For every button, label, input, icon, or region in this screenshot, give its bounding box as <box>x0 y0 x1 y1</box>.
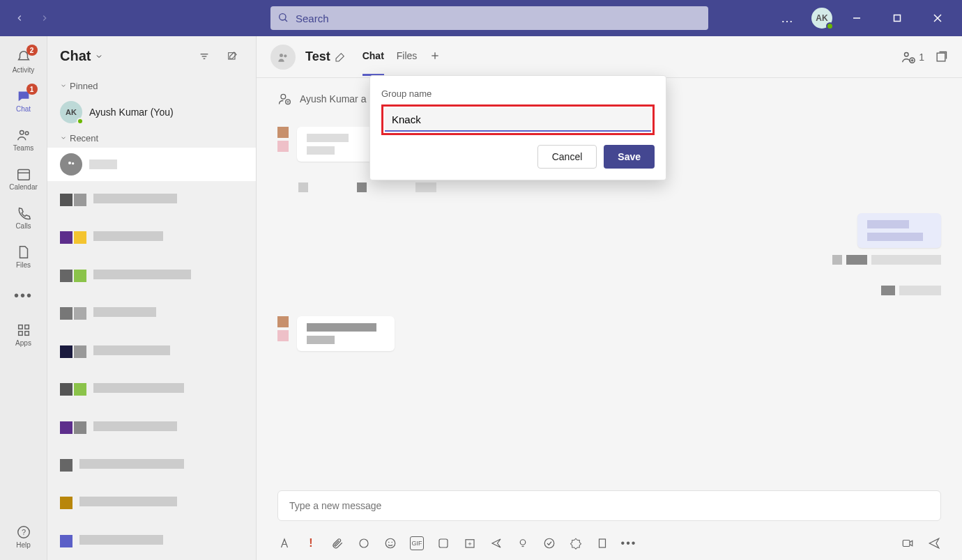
chat-title-text: Test <box>305 49 330 64</box>
viva-button[interactable] <box>542 536 556 550</box>
message-row-self <box>277 255 941 265</box>
user-avatar[interactable]: AK <box>811 8 832 29</box>
section-recent[interactable]: Recent <box>47 129 256 148</box>
presence-available-icon <box>77 118 84 125</box>
svg-rect-11 <box>24 325 29 329</box>
avatar <box>277 330 289 341</box>
close-button[interactable] <box>922 2 954 34</box>
list-item[interactable] <box>53 373 250 405</box>
rail-chat[interactable]: Chat 1 <box>0 81 47 120</box>
save-button[interactable]: Save <box>604 145 655 169</box>
chat-item-self[interactable]: AK Ayush Kumar (You) <box>47 95 256 129</box>
more-apps-button[interactable]: ••• <box>622 536 636 550</box>
rail-calendar[interactable]: Calendar <box>0 159 47 198</box>
format-button[interactable] <box>277 536 291 550</box>
presence-available-icon <box>826 22 834 30</box>
back-button[interactable] <box>8 7 31 29</box>
sticker-button[interactable] <box>436 536 450 550</box>
chat-item-selected[interactable] <box>47 148 256 181</box>
message-bubble[interactable] <box>297 316 395 351</box>
chat-title: Test <box>305 49 346 64</box>
svg-point-38 <box>392 542 393 543</box>
file-icon <box>16 244 31 260</box>
close-icon <box>933 14 942 22</box>
forward-button[interactable] <box>33 7 56 29</box>
new-chat-button[interactable] <box>221 45 243 68</box>
send-button[interactable] <box>927 536 941 550</box>
list-item[interactable] <box>53 260 250 292</box>
rail-more[interactable]: ••• <box>0 276 47 315</box>
chevron-left-icon <box>15 13 24 23</box>
list-item[interactable] <box>53 411 250 443</box>
more-options-button[interactable]: … <box>771 2 803 34</box>
compose-input[interactable] <box>277 490 941 521</box>
list-item[interactable] <box>53 449 250 481</box>
message-bubble[interactable] <box>857 213 941 248</box>
schedule-button[interactable] <box>463 536 477 550</box>
praise-button[interactable] <box>569 536 583 550</box>
chat-list-title[interactable]: Chat <box>60 48 103 64</box>
list-item[interactable] <box>53 525 250 557</box>
video-icon <box>901 537 915 550</box>
cancel-button[interactable]: Cancel <box>537 145 597 169</box>
maximize-button[interactable] <box>881 2 913 34</box>
svg-point-7 <box>25 131 29 134</box>
actions-button[interactable] <box>595 536 609 550</box>
rail-teams[interactable]: Teams <box>0 120 47 159</box>
list-item[interactable] <box>53 221 250 254</box>
search-wrap <box>270 6 708 30</box>
compose-area <box>257 482 962 529</box>
list-item[interactable] <box>53 487 250 519</box>
list-item[interactable] <box>53 335 250 367</box>
group-name-input[interactable] <box>385 108 651 132</box>
emoji-button[interactable] <box>383 536 397 550</box>
list-item[interactable] <box>53 184 250 216</box>
edit-icon[interactable] <box>335 52 346 63</box>
svg-point-21 <box>72 162 74 164</box>
add-tab-button[interactable] <box>429 38 441 76</box>
chat-group-avatar[interactable] <box>270 45 296 70</box>
add-user-text: Ayush Kumar a <box>300 93 366 104</box>
badge: 1 <box>26 84 38 95</box>
search-input[interactable] <box>270 6 708 30</box>
svg-point-37 <box>388 542 390 543</box>
section-pinned[interactable]: Pinned <box>47 77 256 95</box>
chevron-right-icon <box>40 13 49 23</box>
filter-button[interactable] <box>193 45 215 68</box>
chat-item-name: Ayush Kumar (You) <box>89 107 174 118</box>
stream-button[interactable] <box>489 536 503 550</box>
gif-button[interactable]: GIF <box>410 536 424 550</box>
svg-point-45 <box>544 538 554 548</box>
rail-label: Help <box>16 541 31 549</box>
loop-icon <box>358 537 370 550</box>
svg-rect-10 <box>18 325 22 329</box>
participants-button[interactable]: 1 <box>901 49 924 65</box>
loop-button[interactable] <box>357 536 371 550</box>
app-rail: Activity 2 Chat 1 Teams Calendar <box>0 36 47 560</box>
rail-activity[interactable]: Activity 2 <box>0 42 47 81</box>
list-item[interactable] <box>53 297 250 329</box>
minimize-button[interactable] <box>841 2 873 34</box>
compose-icon <box>227 51 238 62</box>
svg-point-43 <box>520 540 526 545</box>
svg-point-26 <box>905 52 909 56</box>
tab-chat[interactable]: Chat <box>362 38 384 76</box>
rail-files[interactable]: Files <box>0 237 47 276</box>
avatar-initials: AK <box>816 13 827 23</box>
redacted-row <box>298 182 920 192</box>
popout-icon[interactable] <box>934 50 948 64</box>
attach-button[interactable] <box>330 536 344 550</box>
tab-files[interactable]: Files <box>397 38 418 76</box>
priority-button[interactable]: ! <box>304 536 318 550</box>
calendar-icon <box>16 166 31 182</box>
rail-calls[interactable]: Calls <box>0 198 47 237</box>
video-clip-button[interactable] <box>901 536 915 550</box>
emoji-icon <box>384 537 397 550</box>
svg-point-23 <box>284 54 287 57</box>
search-icon <box>277 12 289 23</box>
people-add-icon <box>901 49 916 65</box>
approval-button[interactable] <box>516 536 530 550</box>
rail-apps[interactable]: Apps <box>0 315 47 354</box>
rail-help[interactable]: ? Help <box>0 521 47 560</box>
svg-point-0 <box>280 14 286 20</box>
